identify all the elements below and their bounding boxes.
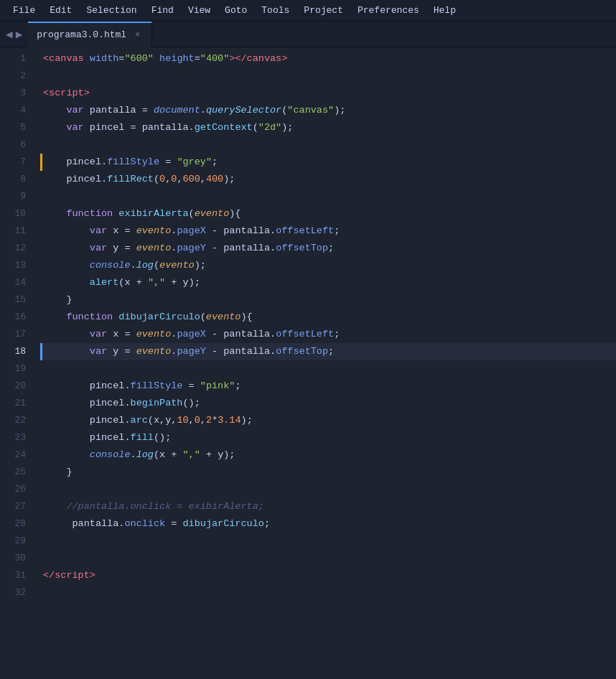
code-line-20: pincel.fillStyle = "pink"; <box>40 378 616 395</box>
menu-find[interactable]: Find <box>144 4 181 17</box>
line-num-5: 5 <box>6 119 26 136</box>
line-num-28: 28 <box>6 515 26 533</box>
code-line-29 <box>40 533 616 550</box>
menu-view[interactable]: View <box>181 4 218 17</box>
editor: 1 2 3 4 5 6 7 8 9 10 11 12 13 14 15 16 1… <box>0 47 616 679</box>
line-num-26: 26 <box>6 481 26 498</box>
code-line-11: var x = evento.pageX - pantalla.offsetLe… <box>40 223 616 240</box>
code-line-13: console.log(evento); <box>40 257 616 274</box>
line-num-32: 32 <box>6 584 26 601</box>
line-num-18: 18 <box>6 343 26 360</box>
code-line-32 <box>40 584 616 601</box>
code-line-8: pincel.fillRect(0,0,600,400); <box>40 171 616 188</box>
code-line-5: var pincel = pantalla.getContext("2d"); <box>40 119 616 136</box>
line-num-1: 1 <box>6 50 26 67</box>
tab-programa3[interactable]: programa3.0.html × <box>28 22 152 47</box>
code-line-26 <box>40 481 616 498</box>
code-line-10: function exibirAlerta(evento){ <box>40 205 616 223</box>
tab-label: programa3.0.html <box>37 29 126 40</box>
code-line-23: pincel.fill(); <box>40 429 616 446</box>
menu-tools[interactable]: Tools <box>254 4 297 17</box>
code-line-16: function dibujarCirculo(evento){ <box>40 309 616 326</box>
menu-project[interactable]: Project <box>297 4 350 17</box>
code-line-30 <box>40 550 616 567</box>
code-line-19 <box>40 360 616 378</box>
code-line-28: pantalla.onclick = dibujarCirculo; <box>40 515 616 533</box>
line-num-24: 24 <box>6 446 26 464</box>
line-num-17: 17 <box>6 326 26 343</box>
line-numbers: 1 2 3 4 5 6 7 8 9 10 11 12 13 14 15 16 1… <box>0 47 34 679</box>
line-num-7: 7 <box>6 154 26 171</box>
code-line-1: <canvas width="600" height="400"></canva… <box>40 50 616 67</box>
nav-arrows[interactable]: ◀ ▶ <box>0 27 28 42</box>
line-num-9: 9 <box>6 188 26 205</box>
code-line-14: alert(x + "," + y); <box>40 274 616 291</box>
code-line-21: pincel.beginPath(); <box>40 395 616 412</box>
code-line-15: } <box>40 291 616 309</box>
code-line-4: var pantalla = document.querySelector("c… <box>40 102 616 119</box>
line-num-3: 3 <box>6 85 26 102</box>
line-num-16: 16 <box>6 309 26 326</box>
line-num-4: 4 <box>6 102 26 119</box>
line-num-31: 31 <box>6 567 26 584</box>
line-num-11: 11 <box>6 223 26 240</box>
line-num-23: 23 <box>6 429 26 446</box>
code-content[interactable]: <canvas width="600" height="400"></canva… <box>34 47 616 679</box>
code-line-31: </script> <box>40 567 616 584</box>
line-num-22: 22 <box>6 412 26 429</box>
menu-selection[interactable]: Selection <box>79 4 144 17</box>
menu-file[interactable]: File <box>6 4 42 17</box>
nav-forward-arrow[interactable]: ▶ <box>16 27 23 42</box>
menu-preferences[interactable]: Preferences <box>350 4 426 17</box>
line-num-29: 29 <box>6 533 26 550</box>
line-num-12: 12 <box>6 240 26 257</box>
line-num-27: 27 <box>6 498 26 515</box>
line-num-2: 2 <box>6 67 26 85</box>
code-line-2 <box>40 67 616 85</box>
code-line-22: pincel.arc(x,y,10,0,2*3.14); <box>40 412 616 429</box>
line-num-6: 6 <box>6 136 26 154</box>
line-num-20: 20 <box>6 378 26 395</box>
line-num-19: 19 <box>6 360 26 378</box>
menu-help[interactable]: Help <box>426 4 463 17</box>
menu-bar: File Edit Selection Find View Goto Tools… <box>0 0 616 22</box>
code-line-24: console.log(x + "," + y); <box>40 446 616 464</box>
line-num-30: 30 <box>6 550 26 567</box>
code-line-27: //pantalla.onclick = exibirAlerta; <box>40 498 616 515</box>
code-line-7: pincel.fillStyle = "grey"; <box>40 154 616 171</box>
tab-close-button[interactable]: × <box>132 29 143 42</box>
code-line-6 <box>40 136 616 154</box>
tab-bar: ◀ ▶ programa3.0.html × <box>0 22 616 47</box>
code-line-9 <box>40 188 616 205</box>
line-num-10: 10 <box>6 205 26 223</box>
line-num-8: 8 <box>6 171 26 188</box>
line-num-15: 15 <box>6 291 26 309</box>
code-line-17: var x = evento.pageX - pantalla.offsetLe… <box>40 326 616 343</box>
menu-goto[interactable]: Goto <box>218 4 254 17</box>
code-line-3: <script> <box>40 85 616 102</box>
code-line-18: var y = evento.pageY - pantalla.offsetTo… <box>40 343 616 360</box>
code-line-25: } <box>40 464 616 481</box>
line-num-13: 13 <box>6 257 26 274</box>
line-num-21: 21 <box>6 395 26 412</box>
line-num-25: 25 <box>6 464 26 481</box>
line-num-14: 14 <box>6 274 26 291</box>
code-line-12: var y = evento.pageY - pantalla.offsetTo… <box>40 240 616 257</box>
menu-edit[interactable]: Edit <box>42 4 79 17</box>
nav-back-arrow[interactable]: ◀ <box>6 27 13 42</box>
